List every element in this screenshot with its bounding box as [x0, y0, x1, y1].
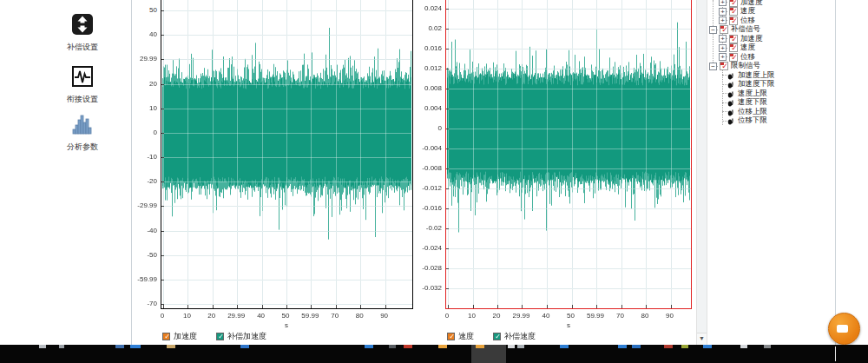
taskbar-icon[interactable] [404, 345, 412, 348]
red-check-icon[interactable] [729, 7, 738, 16]
tree-item-label: 位移下限 [738, 116, 767, 126]
taskbar-icon[interactable] [632, 345, 641, 348]
y-tick-label: -50 [122, 252, 157, 259]
scroll-down-button[interactable]: ▼ [697, 333, 707, 345]
signal-icon [727, 71, 735, 80]
expand-icon[interactable]: + [719, 35, 727, 43]
velocity-chart-plot[interactable] [445, 0, 692, 309]
taskbar-icon[interactable] [740, 345, 747, 348]
taskbar-icon[interactable] [59, 345, 64, 348]
left-toolbar: 补偿设置 衔接设置 [0, 0, 131, 345]
tree-guide-line [722, 69, 723, 125]
y-tick-label: 20 [122, 81, 157, 88]
y-tick-label: -10 [122, 154, 157, 161]
collapse-icon[interactable]: − [709, 63, 717, 70]
acceleration-chart-plot[interactable] [161, 0, 413, 309]
taskbar-icon[interactable] [517, 345, 524, 348]
red-check-icon[interactable] [720, 25, 728, 34]
tool-label: 衔接设置 [48, 94, 117, 105]
taskbar-icon[interactable] [560, 345, 569, 348]
floating-assistant-button[interactable] [828, 313, 860, 345]
taskbar-icon[interactable] [508, 345, 515, 348]
expand-icon[interactable]: + [719, 8, 727, 16]
y-tick-label: -70 [122, 300, 157, 307]
red-check-icon[interactable] [729, 43, 738, 52]
y-tick-label: 0 [407, 125, 442, 132]
y-tick-label: -0.004 [407, 145, 442, 152]
y-tick-label: -0.024 [407, 245, 442, 252]
y-tick-label: 0.016 [407, 45, 442, 52]
signal-icon [727, 116, 735, 125]
red-check-icon[interactable] [720, 62, 728, 70]
y-tick-label: -59.99 [122, 276, 157, 283]
vertical-scrollbar[interactable]: ▼ [696, 0, 707, 345]
taskbar-divider [835, 346, 836, 361]
taskbar-icon[interactable] [664, 345, 673, 348]
taskbar-icon[interactable] [764, 345, 771, 348]
analysis-params-button[interactable]: 分析参数 [48, 113, 117, 153]
taskbar-icon[interactable] [130, 345, 141, 348]
taskbar-icon[interactable] [167, 345, 175, 348]
y-tick-label: 0.012 [407, 65, 442, 72]
legend-label: 补偿速度 [504, 331, 536, 342]
legend-item[interactable]: 补偿速度 [493, 331, 536, 342]
taskbar-icon[interactable] [681, 345, 688, 348]
y-tick-label: -0.032 [407, 285, 442, 292]
legend-checkbox-icon[interactable] [216, 333, 224, 340]
velocity-waveform [446, 0, 691, 308]
expand-icon[interactable]: + [719, 53, 727, 61]
taskbar-icon[interactable] [365, 345, 373, 348]
windows-taskbar[interactable] [0, 345, 868, 363]
app-window: 补偿设置 衔接设置 [0, 0, 868, 363]
red-check-icon[interactable] [729, 0, 738, 7]
legend-checkbox-icon[interactable] [493, 333, 501, 340]
y-tick-label: 0 [122, 129, 157, 136]
x-axis-title: s [278, 321, 295, 329]
y-tick-label: 0.004 [407, 105, 442, 112]
taskbar-icon[interactable] [389, 345, 396, 348]
y-tick-label: 10 [122, 105, 157, 112]
tool-label: 分析参数 [48, 142, 117, 153]
red-check-icon[interactable] [729, 53, 738, 62]
acceleration-waveform [161, 0, 412, 308]
taskbar-icon[interactable] [703, 345, 712, 348]
x-axis-title: s [560, 321, 577, 329]
chart-legend: 加速度 补偿加速度 [162, 331, 266, 341]
y-tick-label: 40 [122, 31, 157, 38]
signal-icon [727, 108, 735, 116]
sidebar-divider [131, 0, 132, 345]
y-tick-label: -0.02 [407, 225, 442, 232]
taskbar-icon[interactable] [476, 345, 484, 348]
taskbar-icon[interactable] [438, 345, 447, 348]
right-empty-panel [836, 0, 868, 345]
taskbar-icon[interactable] [39, 345, 46, 348]
legend-item[interactable]: 加速度 [162, 331, 197, 342]
legend-checkbox-icon[interactable] [162, 333, 170, 340]
expand-icon[interactable]: + [719, 16, 727, 24]
expand-icon[interactable]: + [719, 44, 727, 52]
y-tick-label: -0.008 [407, 165, 442, 172]
legend-label: 加速度 [174, 331, 197, 342]
tree-item-位移下限[interactable]: 位移下限 [727, 116, 767, 126]
y-tick-label: 29.99 [122, 56, 157, 63]
collapse-icon[interactable]: − [709, 26, 717, 34]
link-settings-button[interactable]: 衔接设置 [48, 65, 117, 105]
expand-icon[interactable]: + [719, 0, 727, 6]
red-check-icon[interactable] [729, 35, 738, 43]
taskbar-icon[interactable] [618, 345, 627, 348]
legend-label: 速度 [458, 331, 474, 342]
compensation-settings-button[interactable]: 补偿设置 [48, 13, 117, 53]
legend-item[interactable]: 速度 [447, 331, 474, 342]
y-tick-label: -0.016 [407, 205, 442, 212]
y-tick-label: -0.028 [407, 265, 442, 272]
signal-icon [727, 89, 735, 98]
legend-checkbox-icon[interactable] [447, 333, 455, 340]
red-check-icon[interactable] [729, 16, 738, 25]
y-tick-label: 0.02 [407, 25, 442, 32]
y-tick-label: -20 [122, 178, 157, 185]
legend-item[interactable]: 补偿加速度 [216, 331, 266, 342]
taskbar-icon[interactable] [115, 345, 124, 348]
x-tick-label: 90 [369, 312, 400, 320]
taskbar-icon[interactable] [240, 345, 249, 348]
signal-icon [727, 98, 735, 107]
